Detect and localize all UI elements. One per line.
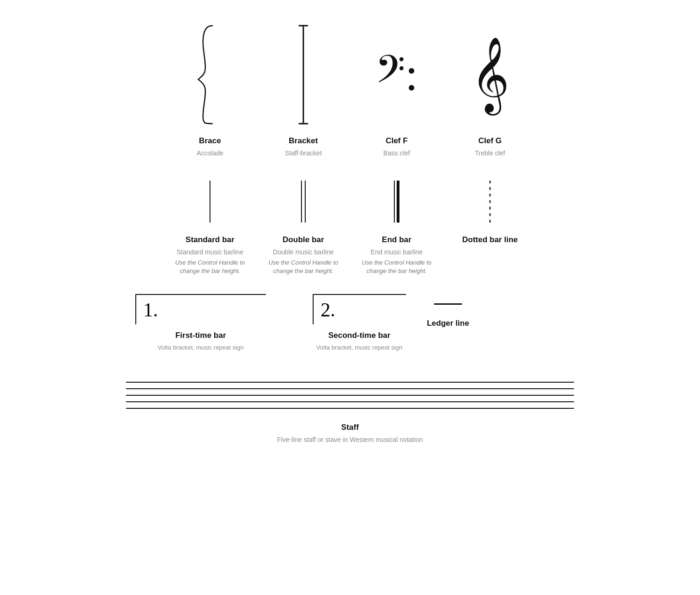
staff-container: Staff Five-line staff or stave in Wester… bbox=[126, 377, 574, 443]
staff-name: Staff bbox=[126, 423, 574, 432]
clef-g-symbol-area: 𝄞 bbox=[471, 19, 510, 131]
ledger-line-icon bbox=[434, 303, 462, 305]
clef-f-icon: 𝄢: bbox=[375, 51, 418, 98]
bracket-icon bbox=[289, 23, 317, 126]
first-time-bar-name: First-time bar bbox=[175, 331, 226, 340]
end-bar-symbol-area bbox=[394, 174, 399, 230]
staff-line-4 bbox=[126, 401, 574, 402]
double-bar-line1 bbox=[301, 181, 302, 223]
staff-lines bbox=[126, 377, 574, 413]
standard-bar-alt: Standard music barline bbox=[176, 248, 243, 256]
brace-symbol-area bbox=[196, 19, 224, 131]
end-bar-icon bbox=[394, 181, 399, 223]
second-volta-icon: 2. bbox=[313, 294, 406, 324]
end-bar-thin bbox=[394, 181, 395, 223]
clef-g-icon: 𝄞 bbox=[471, 42, 510, 107]
second-time-bar-cell: 2. Second-time bar Volta bracket, music … bbox=[313, 294, 406, 354]
staff-line-3 bbox=[126, 395, 574, 396]
standard-bar-symbol-area bbox=[210, 174, 210, 230]
clef-g-name: Clef G bbox=[478, 136, 502, 146]
brace-alt: Accolade bbox=[196, 149, 224, 157]
double-bar-note: Use the Control Handle to change the bar… bbox=[261, 259, 345, 275]
double-bar-name: Double bar bbox=[283, 235, 324, 245]
ledger-line-name: Ledger line bbox=[427, 319, 469, 328]
first-time-bar-alt: Volta bracket, music repeat sign bbox=[158, 344, 244, 351]
brace-cell: Brace Accolade bbox=[163, 19, 257, 160]
brace-icon bbox=[196, 23, 224, 126]
row-volta: 1. First-time bar Volta bracket, music r… bbox=[126, 289, 574, 363]
clef-f-cell: 𝄢: Clef F Bass clef bbox=[350, 19, 443, 160]
second-volta-symbol-area: 2. bbox=[313, 294, 406, 324]
end-bar-alt: End music barline bbox=[371, 248, 422, 256]
second-time-bar-alt: Volta bracket, music repeat sign bbox=[316, 344, 402, 351]
double-bar-symbol-area bbox=[301, 174, 306, 230]
bracket-symbol-area bbox=[289, 19, 317, 131]
row-bars: Standard bar Standard music barline Use … bbox=[126, 174, 574, 275]
first-volta-num: 1. bbox=[136, 294, 165, 326]
clef-g-cell: 𝄞 Clef G Treble clef bbox=[443, 19, 537, 160]
second-volta-num: 2. bbox=[314, 294, 343, 326]
dotted-bar-icon bbox=[488, 181, 492, 223]
bracket-alt: Staff-bracket bbox=[285, 149, 322, 157]
ledger-line-symbol-area bbox=[434, 303, 462, 305]
standard-bar-cell: Standard bar Standard music barline Use … bbox=[163, 174, 257, 275]
clef-f-name: Clef F bbox=[385, 136, 407, 146]
dotted-bar-symbol-area bbox=[488, 174, 492, 230]
end-bar-name: End bar bbox=[382, 235, 411, 245]
staff-line-1 bbox=[126, 382, 574, 383]
double-bar-icon bbox=[301, 181, 306, 223]
clef-f-symbol-area: 𝄢: bbox=[375, 19, 418, 131]
brace-name: Brace bbox=[199, 136, 221, 146]
first-volta-symbol-area: 1. bbox=[135, 294, 266, 324]
end-bar-thick bbox=[397, 181, 399, 223]
end-bar-cell: End bar End music barline Use the Contro… bbox=[350, 174, 443, 275]
first-volta-icon: 1. bbox=[135, 294, 266, 324]
standard-bar-note: Use the Control Handle to change the bar… bbox=[168, 259, 252, 275]
second-time-bar-name: Second-time bar bbox=[328, 331, 390, 340]
standard-bar-name: Standard bar bbox=[186, 235, 235, 245]
dotted-bar-cell: Dotted bar line bbox=[443, 174, 537, 248]
first-time-bar-cell: 1. First-time bar Volta bracket, music r… bbox=[135, 294, 266, 354]
staff-alt: Five-line staff or stave in Western musi… bbox=[126, 436, 574, 443]
standard-bar-icon bbox=[210, 181, 210, 223]
double-bar-cell: Double bar Double music barline Use the … bbox=[257, 174, 350, 275]
bracket-name: Bracket bbox=[289, 136, 318, 146]
row-clefs: Brace Accolade Bracket Staff-bracket 𝄢: … bbox=[126, 19, 574, 160]
double-bar-line2 bbox=[305, 181, 306, 223]
clef-f-alt: Bass clef bbox=[384, 149, 410, 157]
end-bar-note: Use the Control Handle to change the bar… bbox=[355, 259, 439, 275]
double-bar-alt: Double music barline bbox=[273, 248, 334, 256]
staff-line-2 bbox=[126, 388, 574, 389]
dotted-bar-name: Dotted bar line bbox=[462, 235, 518, 245]
bracket-cell: Bracket Staff-bracket bbox=[257, 19, 350, 160]
ledger-line-cell: Ledger line bbox=[425, 294, 471, 332]
clef-g-alt: Treble clef bbox=[475, 149, 505, 157]
staff-line-5 bbox=[126, 408, 574, 409]
